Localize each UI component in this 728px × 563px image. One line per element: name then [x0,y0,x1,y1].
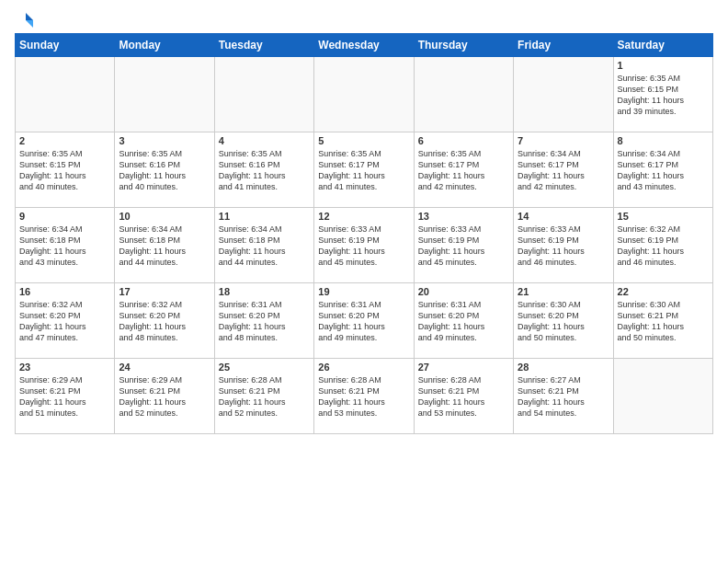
calendar-week-row: 2Sunrise: 6:35 AM Sunset: 6:15 PM Daylig… [16,132,713,208]
calendar-day-cell: 11Sunrise: 6:34 AM Sunset: 6:18 PM Dayli… [214,208,313,283]
day-info: Sunrise: 6:29 AM Sunset: 6:21 PM Dayligh… [19,374,110,419]
day-info: Sunrise: 6:32 AM Sunset: 6:20 PM Dayligh… [119,299,210,344]
day-number: 16 [19,286,110,297]
calendar-day-cell: 23Sunrise: 6:29 AM Sunset: 6:21 PM Dayli… [16,359,115,434]
calendar-week-row: 23Sunrise: 6:29 AM Sunset: 6:21 PM Dayli… [16,359,713,434]
day-info: Sunrise: 6:30 AM Sunset: 6:20 PM Dayligh… [518,299,609,344]
day-number: 6 [418,135,509,146]
day-number: 25 [219,362,310,373]
day-info: Sunrise: 6:34 AM Sunset: 6:17 PM Dayligh… [518,148,609,193]
logo-icon [17,11,35,29]
calendar-empty-cell [314,57,414,132]
day-info: Sunrise: 6:32 AM Sunset: 6:20 PM Dayligh… [19,299,110,344]
weekday-header-monday: Monday [115,34,214,57]
day-number: 11 [219,211,310,222]
day-info: Sunrise: 6:28 AM Sunset: 6:21 PM Dayligh… [418,374,509,419]
day-info: Sunrise: 6:35 AM Sunset: 6:15 PM Dayligh… [19,148,110,193]
day-number: 8 [618,135,709,146]
calendar-day-cell: 25Sunrise: 6:28 AM Sunset: 6:21 PM Dayli… [214,359,313,434]
day-number: 13 [418,211,509,222]
calendar-day-cell: 15Sunrise: 6:32 AM Sunset: 6:19 PM Dayli… [613,208,712,283]
day-number: 4 [219,135,310,146]
calendar-day-cell: 26Sunrise: 6:28 AM Sunset: 6:21 PM Dayli… [314,359,414,434]
day-number: 2 [19,135,110,146]
day-number: 12 [318,211,409,222]
day-info: Sunrise: 6:31 AM Sunset: 6:20 PM Dayligh… [418,299,509,344]
day-number: 19 [318,286,409,297]
calendar-empty-cell [514,57,613,132]
calendar-week-row: 1Sunrise: 6:35 AM Sunset: 6:15 PM Daylig… [16,57,713,132]
day-info: Sunrise: 6:32 AM Sunset: 6:19 PM Dayligh… [618,224,709,269]
day-info: Sunrise: 6:27 AM Sunset: 6:21 PM Dayligh… [518,374,609,419]
calendar-empty-cell [414,57,513,132]
calendar-day-cell: 20Sunrise: 6:31 AM Sunset: 6:20 PM Dayli… [414,283,513,359]
day-number: 10 [119,211,210,222]
day-number: 5 [318,135,409,146]
calendar-day-cell: 1Sunrise: 6:35 AM Sunset: 6:15 PM Daylig… [613,57,712,132]
weekday-header-saturday: Saturday [613,34,712,57]
calendar-day-cell: 5Sunrise: 6:35 AM Sunset: 6:17 PM Daylig… [314,132,414,208]
day-info: Sunrise: 6:34 AM Sunset: 6:18 PM Dayligh… [219,224,310,269]
calendar-day-cell: 14Sunrise: 6:33 AM Sunset: 6:19 PM Dayli… [514,208,613,283]
day-info: Sunrise: 6:28 AM Sunset: 6:21 PM Dayligh… [318,374,409,419]
day-info: Sunrise: 6:33 AM Sunset: 6:19 PM Dayligh… [418,224,509,269]
day-number: 21 [518,286,609,297]
day-number: 22 [618,286,709,297]
calendar-empty-cell [115,57,214,132]
day-number: 23 [19,362,110,373]
calendar-day-cell: 22Sunrise: 6:30 AM Sunset: 6:21 PM Dayli… [613,283,712,359]
logo [15,11,35,26]
calendar-day-cell: 17Sunrise: 6:32 AM Sunset: 6:20 PM Dayli… [115,283,214,359]
day-number: 20 [418,286,509,297]
weekday-header-thursday: Thursday [414,34,513,57]
day-number: 18 [219,286,310,297]
day-info: Sunrise: 6:33 AM Sunset: 6:19 PM Dayligh… [318,224,409,269]
day-number: 27 [418,362,509,373]
day-number: 17 [119,286,210,297]
day-number: 28 [518,362,609,373]
day-info: Sunrise: 6:29 AM Sunset: 6:21 PM Dayligh… [119,374,210,419]
day-number: 15 [618,211,709,222]
calendar-day-cell: 2Sunrise: 6:35 AM Sunset: 6:15 PM Daylig… [16,132,115,208]
header [15,11,713,26]
day-number: 24 [119,362,210,373]
calendar-day-cell: 6Sunrise: 6:35 AM Sunset: 6:17 PM Daylig… [414,132,513,208]
day-number: 7 [518,135,609,146]
day-info: Sunrise: 6:28 AM Sunset: 6:21 PM Dayligh… [219,374,310,419]
day-number: 9 [19,211,110,222]
day-number: 1 [618,60,709,71]
day-number: 26 [318,362,409,373]
day-info: Sunrise: 6:35 AM Sunset: 6:17 PM Dayligh… [418,148,509,193]
day-info: Sunrise: 6:35 AM Sunset: 6:15 PM Dayligh… [618,73,709,118]
page: SundayMondayTuesdayWednesdayThursdayFrid… [0,0,728,442]
calendar-week-row: 9Sunrise: 6:34 AM Sunset: 6:18 PM Daylig… [16,208,713,283]
calendar-day-cell: 28Sunrise: 6:27 AM Sunset: 6:21 PM Dayli… [514,359,613,434]
weekday-header-friday: Friday [514,34,613,57]
calendar-day-cell: 8Sunrise: 6:34 AM Sunset: 6:17 PM Daylig… [613,132,712,208]
calendar-day-cell: 4Sunrise: 6:35 AM Sunset: 6:16 PM Daylig… [214,132,313,208]
svg-marker-0 [26,13,33,20]
day-info: Sunrise: 6:35 AM Sunset: 6:16 PM Dayligh… [119,148,210,193]
day-info: Sunrise: 6:31 AM Sunset: 6:20 PM Dayligh… [219,299,310,344]
calendar-header-row: SundayMondayTuesdayWednesdayThursdayFrid… [16,34,713,57]
weekday-header-wednesday: Wednesday [314,34,414,57]
calendar-day-cell: 13Sunrise: 6:33 AM Sunset: 6:19 PM Dayli… [414,208,513,283]
day-info: Sunrise: 6:31 AM Sunset: 6:20 PM Dayligh… [318,299,409,344]
weekday-header-sunday: Sunday [16,34,115,57]
day-info: Sunrise: 6:35 AM Sunset: 6:17 PM Dayligh… [318,148,409,193]
day-number: 3 [119,135,210,146]
calendar-day-cell: 21Sunrise: 6:30 AM Sunset: 6:20 PM Dayli… [514,283,613,359]
calendar-week-row: 16Sunrise: 6:32 AM Sunset: 6:20 PM Dayli… [16,283,713,359]
weekday-header-tuesday: Tuesday [214,34,313,57]
day-info: Sunrise: 6:30 AM Sunset: 6:21 PM Dayligh… [618,299,709,344]
calendar-day-cell: 9Sunrise: 6:34 AM Sunset: 6:18 PM Daylig… [16,208,115,283]
day-info: Sunrise: 6:34 AM Sunset: 6:18 PM Dayligh… [119,224,210,269]
day-info: Sunrise: 6:34 AM Sunset: 6:18 PM Dayligh… [19,224,110,269]
calendar-empty-cell [613,359,712,434]
calendar-empty-cell [16,57,115,132]
calendar-table: SundayMondayTuesdayWednesdayThursdayFrid… [15,33,713,434]
calendar-day-cell: 24Sunrise: 6:29 AM Sunset: 6:21 PM Dayli… [115,359,214,434]
day-info: Sunrise: 6:35 AM Sunset: 6:16 PM Dayligh… [219,148,310,193]
calendar-day-cell: 19Sunrise: 6:31 AM Sunset: 6:20 PM Dayli… [314,283,414,359]
calendar-day-cell: 16Sunrise: 6:32 AM Sunset: 6:20 PM Dayli… [16,283,115,359]
